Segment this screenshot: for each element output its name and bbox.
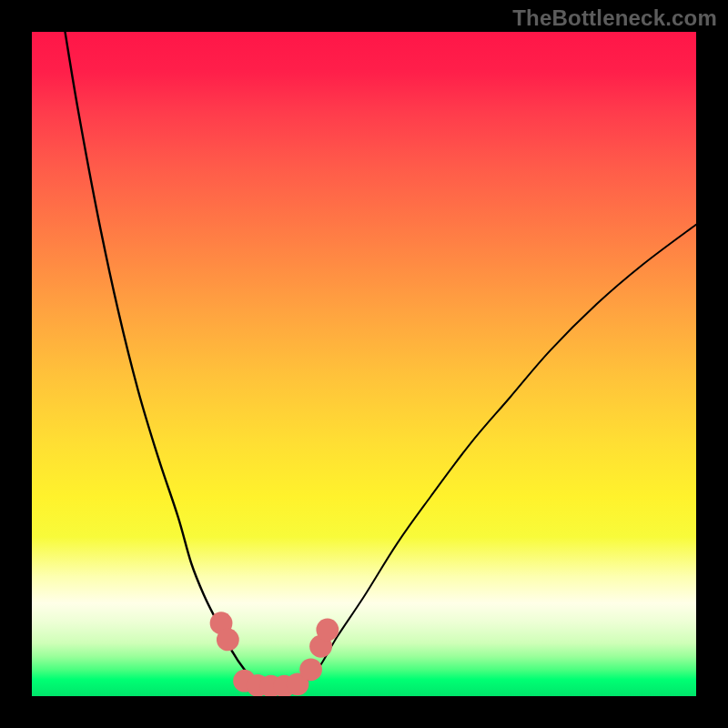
data-marker: [299, 658, 322, 681]
curve-left-curve: [66, 32, 271, 690]
chart-frame: TheBottleneck.com: [0, 0, 728, 728]
curve-right-curve: [298, 225, 696, 690]
watermark-text: TheBottleneck.com: [512, 5, 717, 31]
plot-area: [32, 32, 696, 696]
data-marker: [217, 629, 239, 652]
data-marker: [316, 619, 339, 642]
curves-svg: [32, 32, 696, 696]
